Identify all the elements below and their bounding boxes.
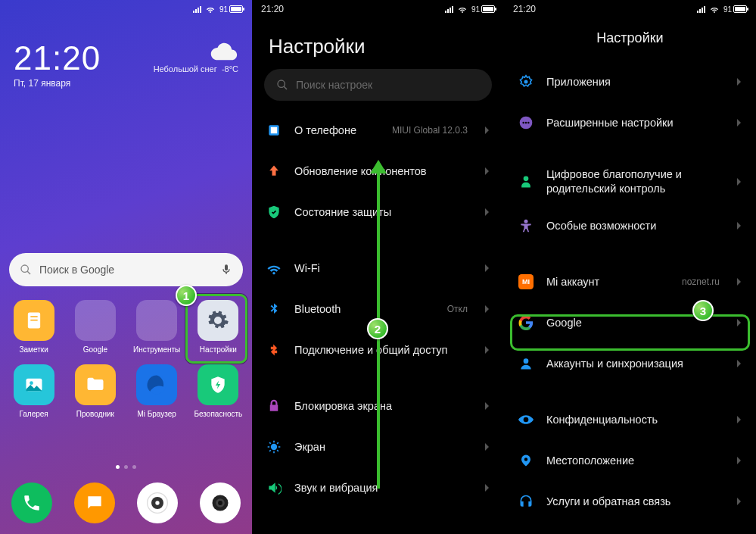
svg-point-9	[155, 501, 159, 504]
settings-search[interactable]: Поиск настроек	[264, 69, 492, 101]
item-google[interactable]: Google	[504, 302, 756, 343]
app-grid: Заметки Google Инструменты Настройки Гал…	[3, 300, 249, 418]
item-sound[interactable]: Звук и вибрация	[252, 467, 504, 508]
item-apps[interactable]: Приложения	[504, 61, 756, 102]
app-folder-tools[interactable]: Инструменты	[126, 300, 188, 354]
dock-browser[interactable]	[137, 482, 178, 523]
shield-bolt-icon	[208, 375, 228, 395]
chevron-right-icon	[736, 221, 742, 230]
accessibility-icon	[518, 217, 534, 234]
gallery-icon	[23, 374, 45, 395]
battery-indicator: 91	[471, 5, 495, 14]
google-search-bar[interactable]: Поиск в Google	[9, 253, 243, 286]
item-location[interactable]: Местоположение	[504, 440, 756, 481]
chevron-right-icon	[736, 415, 742, 424]
item-privacy[interactable]: Конфиденциальность	[504, 399, 756, 440]
settings-main: 21:20 91 Настройки Поиск настроек О теле…	[252, 0, 504, 534]
clock-date: Пт, 17 января	[14, 78, 101, 89]
svg-point-0	[21, 265, 28, 272]
phone-square-icon	[266, 122, 282, 139]
phone-icon	[22, 493, 42, 513]
search-icon	[20, 264, 32, 276]
dock-camera[interactable]	[200, 482, 241, 523]
chevron-right-icon	[484, 126, 490, 135]
item-accounts-sync[interactable]: Аккаунты и синхронизация	[504, 343, 756, 384]
svg-rect-3	[30, 320, 37, 321]
share-icon	[266, 342, 282, 358]
item-security-status[interactable]: Состояние защиты	[252, 192, 504, 233]
item-lock-screen[interactable]: Блокировка экрана	[252, 386, 504, 426]
app-gallery[interactable]: Галерея	[3, 364, 64, 418]
svg-point-22	[524, 176, 529, 182]
lock-icon	[266, 398, 282, 414]
chevron-right-icon	[484, 208, 490, 217]
chevron-right-icon	[484, 401, 490, 411]
signal-icon	[445, 6, 453, 13]
item-wellbeing[interactable]: Цифровое благополучие и родительский кон…	[504, 158, 756, 205]
chevron-right-icon	[736, 318, 742, 327]
item-about-phone[interactable]: О телефоне MIUI Global 12.0.3	[252, 110, 504, 151]
folder-icon	[136, 300, 177, 341]
app-folder-google[interactable]: Google	[64, 300, 126, 354]
signal-icon	[193, 6, 201, 13]
app-explorer[interactable]: Проводник	[64, 364, 126, 418]
item-bluetooth[interactable]: Bluetooth Откл	[252, 289, 504, 329]
item-feedback[interactable]: Услуги и обратная связь	[504, 481, 756, 522]
chevron-right-icon	[736, 118, 742, 127]
shield-check-icon	[266, 204, 282, 220]
item-display[interactable]: Экран	[252, 426, 504, 467]
item-connection-sharing[interactable]: Подключение и общий доступ	[252, 329, 504, 370]
search-icon	[276, 79, 288, 91]
chevron-right-icon	[484, 483, 490, 492]
mi-logo-icon: MI	[518, 273, 534, 290]
item-mi-account[interactable]: MI Mi аккаунт noznet.ru	[504, 261, 756, 302]
search-placeholder: Поиск настроек	[296, 79, 372, 91]
app-notes[interactable]: Заметки	[3, 300, 64, 354]
svg-point-21	[527, 122, 530, 124]
chevron-right-icon	[736, 359, 742, 368]
item-accessibility[interactable]: Особые возможности	[504, 205, 756, 246]
svg-point-16	[271, 444, 277, 450]
app-settings[interactable]: Настройки	[188, 300, 249, 354]
account-icon	[518, 355, 534, 372]
arrow-up-icon	[266, 163, 282, 180]
signal-icon	[697, 6, 705, 13]
dots-icon	[518, 114, 534, 131]
chevron-right-icon	[736, 277, 742, 286]
svg-point-13	[278, 80, 285, 87]
folder-icon	[75, 300, 116, 341]
app-browser[interactable]: Mi Браузер	[126, 364, 188, 418]
svg-point-19	[522, 122, 524, 124]
camera-icon	[210, 492, 231, 514]
item-system-update[interactable]: Обновление компонентов	[252, 151, 504, 192]
dock-messages[interactable]	[74, 482, 115, 523]
dock	[0, 482, 252, 523]
svg-point-5	[30, 381, 33, 385]
chevron-right-icon	[736, 497, 742, 506]
volume-icon	[266, 479, 282, 496]
svg-point-17	[524, 80, 528, 84]
item-wifi[interactable]: Wi-Fi	[252, 248, 504, 289]
bluetooth-icon	[266, 301, 282, 317]
status-bar: 91	[0, 0, 252, 18]
wifi-icon	[710, 5, 719, 14]
chevron-right-icon	[484, 442, 490, 451]
chevron-right-icon	[484, 264, 490, 273]
weather-widget[interactable]: Небольшой снег -8°C	[154, 42, 238, 73]
location-pin-icon	[518, 452, 534, 469]
mic-icon[interactable]	[220, 262, 232, 277]
chevron-right-icon	[484, 304, 490, 314]
item-advanced[interactable]: Расширенные настройки	[504, 102, 756, 143]
dock-phone[interactable]	[11, 482, 52, 523]
status-time: 21:20	[261, 4, 284, 14]
clock-time: 21:20	[14, 42, 101, 75]
wifi-icon	[458, 5, 467, 14]
svg-rect-15	[271, 127, 277, 133]
status-time: 21:20	[513, 4, 536, 14]
clock-widget[interactable]: 21:20 Пт, 17 января	[14, 42, 101, 89]
globe-icon	[145, 373, 168, 396]
status-bar: 21:20 91	[504, 0, 756, 18]
svg-point-23	[524, 220, 528, 223]
svg-point-26	[524, 358, 529, 364]
app-security[interactable]: Безопасность	[188, 364, 249, 418]
